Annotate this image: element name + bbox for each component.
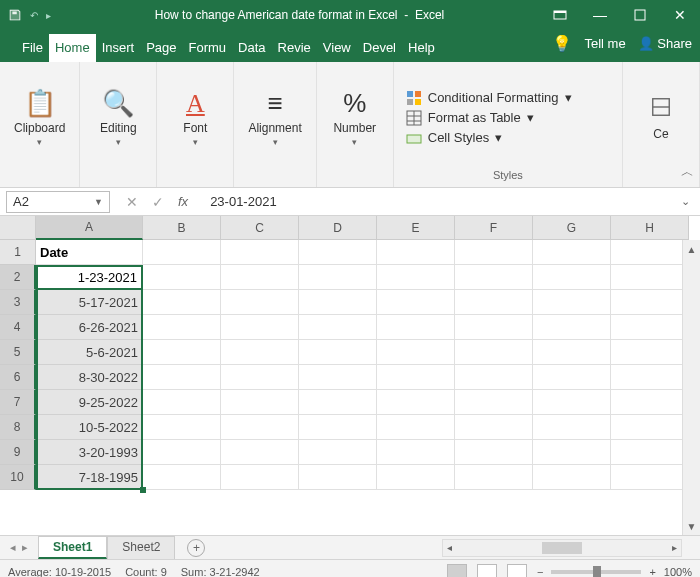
row-header[interactable]: 6 bbox=[0, 365, 36, 390]
tab-view[interactable]: View bbox=[317, 34, 357, 62]
share-button[interactable]: 👤 Share bbox=[638, 36, 692, 51]
cell[interactable] bbox=[143, 465, 221, 490]
cell[interactable] bbox=[143, 415, 221, 440]
cell[interactable] bbox=[221, 265, 299, 290]
row-header[interactable]: 10 bbox=[0, 465, 36, 490]
row-header[interactable]: 5 bbox=[0, 340, 36, 365]
cell[interactable] bbox=[377, 340, 455, 365]
scroll-left-icon[interactable]: ◂ bbox=[447, 542, 452, 553]
horizontal-scrollbar[interactable]: ◂ ▸ bbox=[442, 539, 682, 557]
tab-help[interactable]: Help bbox=[402, 34, 441, 62]
font-button[interactable]: AFont▾ bbox=[165, 85, 225, 151]
cells-button[interactable]: Ce bbox=[631, 90, 691, 145]
cell[interactable] bbox=[143, 240, 221, 265]
cell[interactable] bbox=[377, 465, 455, 490]
conditional-formatting-button[interactable]: Conditional Formatting ▾ bbox=[406, 90, 572, 106]
tab-page[interactable]: Page bbox=[140, 34, 182, 62]
formula-input[interactable]: 23-01-2021 bbox=[198, 194, 289, 209]
cell[interactable] bbox=[377, 365, 455, 390]
format-as-table-button[interactable]: Format as Table ▾ bbox=[406, 110, 534, 126]
zoom-in-button[interactable]: + bbox=[649, 566, 655, 578]
cell[interactable] bbox=[377, 390, 455, 415]
tab-devel[interactable]: Devel bbox=[357, 34, 402, 62]
cell[interactable] bbox=[533, 390, 611, 415]
cell[interactable] bbox=[455, 465, 533, 490]
cell[interactable] bbox=[299, 365, 377, 390]
cell[interactable] bbox=[455, 265, 533, 290]
cell[interactable] bbox=[455, 290, 533, 315]
scrollbar-thumb[interactable] bbox=[542, 542, 582, 554]
lightbulb-icon[interactable]: 💡 bbox=[552, 34, 572, 53]
sheet-tab[interactable]: Sheet1 bbox=[38, 536, 107, 559]
fill-handle[interactable] bbox=[140, 487, 146, 493]
cell[interactable] bbox=[533, 340, 611, 365]
row-header[interactable]: 2 bbox=[0, 265, 36, 290]
zoom-value[interactable]: 100% bbox=[664, 566, 692, 578]
cell[interactable] bbox=[143, 390, 221, 415]
cell[interactable]: 10-5-2022 bbox=[36, 415, 143, 440]
scroll-right-icon[interactable]: ▸ bbox=[672, 542, 677, 553]
cell[interactable] bbox=[611, 415, 689, 440]
page-layout-view-button[interactable] bbox=[477, 564, 497, 578]
cell[interactable] bbox=[455, 415, 533, 440]
cell[interactable] bbox=[221, 315, 299, 340]
column-header[interactable]: E bbox=[377, 216, 455, 240]
cell[interactable] bbox=[611, 440, 689, 465]
editing-button[interactable]: 🔍Editing▾ bbox=[88, 84, 148, 151]
tab-file[interactable]: File bbox=[16, 34, 49, 62]
sheet-tab[interactable]: Sheet2 bbox=[107, 536, 175, 559]
cell[interactable] bbox=[143, 365, 221, 390]
cell[interactable] bbox=[299, 265, 377, 290]
cell[interactable] bbox=[221, 440, 299, 465]
cell[interactable] bbox=[533, 290, 611, 315]
cell[interactable] bbox=[455, 315, 533, 340]
cell[interactable]: 5-17-2021 bbox=[36, 290, 143, 315]
tab-nav-next-icon[interactable]: ▸ bbox=[22, 541, 28, 554]
cell[interactable] bbox=[299, 390, 377, 415]
clipboard-button[interactable]: 📋Clipboard▾ bbox=[8, 84, 71, 151]
maximize-button[interactable] bbox=[620, 0, 660, 30]
cell-styles-button[interactable]: Cell Styles ▾ bbox=[406, 130, 502, 146]
cell[interactable] bbox=[611, 290, 689, 315]
cell[interactable] bbox=[611, 315, 689, 340]
number-button[interactable]: %Number▾ bbox=[325, 84, 385, 151]
cell[interactable]: 5-6-2021 bbox=[36, 340, 143, 365]
save-icon[interactable] bbox=[8, 8, 22, 22]
cancel-formula-icon[interactable]: ✕ bbox=[126, 194, 138, 210]
cell[interactable] bbox=[611, 365, 689, 390]
cell[interactable] bbox=[299, 240, 377, 265]
vertical-scrollbar[interactable]: ▲ ▼ bbox=[682, 240, 700, 535]
cell[interactable] bbox=[299, 415, 377, 440]
cell[interactable] bbox=[299, 315, 377, 340]
cell[interactable] bbox=[299, 290, 377, 315]
cell[interactable] bbox=[299, 440, 377, 465]
cell[interactable] bbox=[611, 465, 689, 490]
cell[interactable] bbox=[455, 440, 533, 465]
cell[interactable] bbox=[455, 390, 533, 415]
cell[interactable]: 7-18-1995 bbox=[36, 465, 143, 490]
tab-data[interactable]: Data bbox=[232, 34, 271, 62]
cell[interactable]: 6-26-2021 bbox=[36, 315, 143, 340]
cell[interactable] bbox=[611, 340, 689, 365]
column-header[interactable]: H bbox=[611, 216, 689, 240]
column-header[interactable]: A bbox=[36, 216, 143, 240]
minimize-button[interactable]: — bbox=[580, 0, 620, 30]
cell[interactable]: 1-23-2021 bbox=[36, 265, 143, 290]
zoom-slider-thumb[interactable] bbox=[593, 566, 601, 578]
cell[interactable] bbox=[533, 440, 611, 465]
cell[interactable] bbox=[221, 240, 299, 265]
row-header[interactable]: 7 bbox=[0, 390, 36, 415]
cell[interactable] bbox=[533, 415, 611, 440]
scroll-up-icon[interactable]: ▲ bbox=[683, 240, 700, 258]
cell[interactable]: 3-20-1993 bbox=[36, 440, 143, 465]
row-header[interactable]: 3 bbox=[0, 290, 36, 315]
column-header[interactable]: G bbox=[533, 216, 611, 240]
cell[interactable] bbox=[611, 265, 689, 290]
cell[interactable] bbox=[299, 465, 377, 490]
scroll-down-icon[interactable]: ▼ bbox=[683, 517, 700, 535]
name-box[interactable]: A2▼ bbox=[6, 191, 110, 213]
cell[interactable] bbox=[611, 240, 689, 265]
cell[interactable] bbox=[221, 465, 299, 490]
expand-formula-bar-icon[interactable]: ⌄ bbox=[671, 195, 700, 208]
zoom-slider[interactable] bbox=[551, 570, 641, 574]
